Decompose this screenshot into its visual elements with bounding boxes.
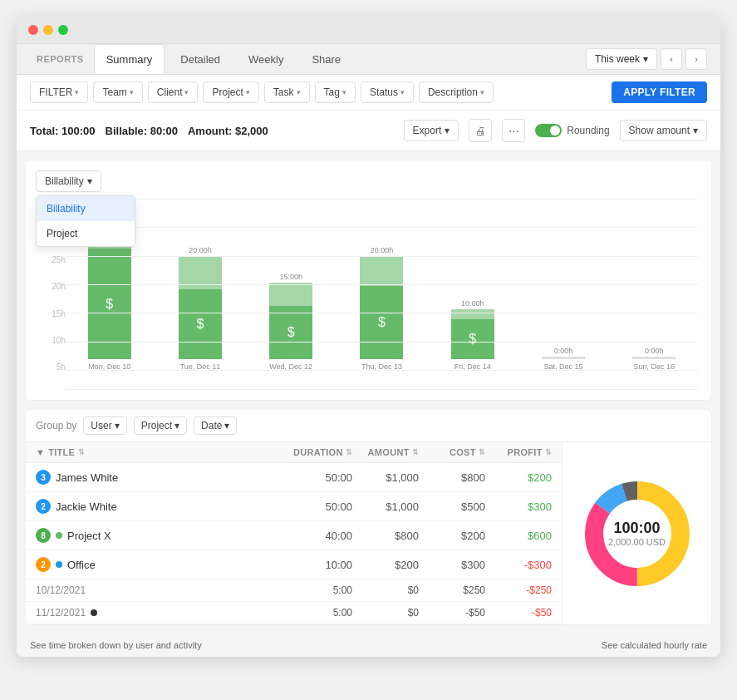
row-cost-date2: -$50 — [419, 607, 485, 619]
row-duration-date2: 5:00 — [286, 607, 352, 619]
fullscreen-dot[interactable] — [58, 25, 68, 35]
team-chevron-icon: ▾ — [130, 88, 134, 96]
client-filter-button[interactable]: Client ▾ — [148, 81, 199, 103]
status-filter-button[interactable]: Status ▾ — [361, 81, 414, 103]
tab-summary[interactable]: Summary — [94, 44, 165, 74]
show-amount-button[interactable]: Show amount ▾ — [620, 120, 707, 141]
export-button[interactable]: Export ▾ — [404, 120, 459, 141]
table-row[interactable]: 2 Jackie White 50:00 $1,000 $500 $300 — [26, 492, 562, 521]
bar-nonbillable-fri — [451, 309, 494, 319]
bar-billable-mon: $ — [88, 249, 131, 359]
time-range-controls: This week ▾ ‹ › — [586, 48, 707, 70]
project-badge-office: 2 — [36, 557, 51, 572]
tab-share[interactable]: Share — [299, 44, 353, 74]
export-chevron-icon: ▾ — [445, 125, 450, 136]
row-amount-date2: $0 — [352, 607, 419, 619]
share-button[interactable]: ⋯ — [502, 119, 525, 142]
row-cost-james: $800 — [419, 471, 485, 484]
bar-date-fri: Fri, Dec 14 — [454, 362, 491, 371]
tag-filter-button[interactable]: Tag ▾ — [315, 81, 356, 103]
table-row[interactable]: 2 Office 10:00 $200 $300 -$300 — [26, 550, 562, 579]
group-date-button[interactable]: Date ▾ — [194, 417, 237, 435]
title-col-label: TITLE — [48, 447, 75, 457]
minimize-dot[interactable] — [43, 25, 53, 35]
dropdown-item-billability[interactable]: Billability — [37, 196, 135, 221]
team-filter-button[interactable]: Team ▾ — [93, 81, 142, 103]
amount-sort-icon[interactable]: ⇅ — [412, 448, 419, 456]
date-label-1: 10/12/2021 — [36, 584, 86, 596]
bar-top-label-thu: 20:00h — [371, 246, 394, 254]
app-window: REPORTS Summary Detailed Weekly Share Th… — [17, 17, 720, 657]
entry-dot — [91, 609, 97, 616]
row-profit-date2: -$50 — [485, 607, 552, 619]
bar-group-sat: 0:00h Sat, Dec 15 — [519, 199, 607, 371]
row-duration-date1: 5:00 — [286, 584, 352, 596]
row-profit-jackie: $300 — [485, 500, 552, 513]
row-profit-james: $200 — [485, 471, 552, 484]
bar-group-tue: 20:00h $ Tue, Dec 11 — [156, 199, 243, 371]
annotation-right: See calculated hourly rate — [602, 640, 707, 650]
title-sort-icon[interactable]: ⇅ — [78, 448, 85, 456]
tabs-bar: REPORTS Summary Detailed Weekly Share Th… — [17, 44, 720, 75]
bar-nonbillable-tue — [179, 256, 222, 289]
tab-detailed[interactable]: Detailed — [168, 44, 233, 74]
row-amount-date1: $0 — [352, 584, 419, 596]
bar-date-tue: Tue, Dec 11 — [180, 362, 221, 371]
bar-billable-thu: $ — [360, 286, 403, 359]
profit-sort-icon[interactable]: ⇅ — [545, 448, 552, 456]
time-range-button[interactable]: This week ▾ — [586, 48, 657, 70]
table-header: ▼ TITLE ⇅ DURATION ⇅ AMOUNT ⇅ COST ⇅ — [26, 442, 562, 463]
bar-group-wed: 15:00h $ Wed, Dec 12 — [248, 199, 335, 371]
client-chevron-icon: ▾ — [184, 88, 189, 96]
tab-weekly[interactable]: Weekly — [236, 44, 296, 74]
project-name-projectx: Project X — [67, 530, 111, 542]
project-filter-button[interactable]: Project ▾ — [203, 81, 258, 103]
duration-sort-icon[interactable]: ⇅ — [346, 448, 352, 456]
table-row[interactable]: 11/12/2021 5:00 $0 -$50 -$50 — [26, 602, 562, 624]
table-left: ▼ TITLE ⇅ DURATION ⇅ AMOUNT ⇅ COST ⇅ — [26, 442, 562, 624]
row-cost-projectx: $200 — [419, 530, 485, 542]
cost-sort-icon[interactable]: ⇅ — [479, 448, 485, 456]
next-week-button[interactable]: › — [685, 48, 707, 70]
chart-header: Billability ▾ Billability Project — [36, 170, 701, 192]
table-toolbar: Group by User ▾ Project ▾ Date ▾ — [26, 410, 711, 442]
rounding-label: Rounding — [567, 125, 609, 136]
project-chevron-icon: ▾ — [174, 420, 179, 431]
table-row[interactable]: 3 James White 50:00 $1,000 $800 $200 — [26, 463, 562, 492]
print-button[interactable]: 🖨 — [469, 119, 492, 142]
project-dot-projectx — [56, 532, 62, 539]
prev-week-button[interactable]: ‹ — [661, 48, 682, 70]
task-filter-button[interactable]: Task ▾ — [264, 81, 310, 103]
amount-item: Amount: $2,000 — [188, 125, 268, 137]
donut-container: 100:00 2,000.00 USD — [562, 442, 711, 624]
row-cost-jackie: $500 — [419, 500, 485, 513]
group-project-button[interactable]: Project ▾ — [134, 417, 187, 435]
bar-date-sat: Sat, Dec 15 — [544, 362, 583, 371]
description-filter-button[interactable]: Description ▾ — [419, 81, 494, 103]
billability-dropdown-button[interactable]: Billability ▾ — [36, 170, 101, 192]
bar-nonbillable-wed — [269, 283, 312, 306]
close-dot[interactable] — [28, 25, 38, 35]
bar-top-label-sat: 0:00h — [554, 347, 573, 355]
user-chevron-icon: ▾ — [115, 420, 120, 431]
rounding-toggle: Rounding — [535, 124, 609, 137]
filter-button[interactable]: FILTER ▾ — [30, 81, 88, 103]
bar-billable-wed: $ — [269, 306, 312, 359]
billability-label: Billability — [45, 175, 84, 187]
time-range-label: This week — [595, 53, 640, 65]
rounding-switch[interactable] — [535, 124, 562, 137]
user-name-james: James White — [56, 471, 118, 484]
table-row[interactable]: 8 Project X 40:00 $800 $200 $600 — [26, 521, 562, 550]
expand-all-icon[interactable]: ▼ — [36, 447, 45, 457]
annotations: See time broken down by user and activit… — [17, 633, 720, 657]
y-label-15: 15h — [39, 309, 66, 318]
apply-filter-button[interactable]: APPLY FILTER — [612, 81, 707, 103]
row-amount-james: $1,000 — [352, 471, 419, 484]
group-user-button[interactable]: User ▾ — [83, 417, 126, 435]
row-duration-james: 50:00 — [286, 471, 352, 484]
date-chevron-icon: ▾ — [224, 420, 229, 431]
table-row[interactable]: 10/12/2021 5:00 $0 $250 -$250 — [26, 579, 562, 602]
dropdown-item-project[interactable]: Project — [37, 221, 135, 246]
billability-chevron-icon: ▾ — [87, 175, 92, 187]
bar-top-label-sun: 0:00h — [645, 347, 664, 355]
